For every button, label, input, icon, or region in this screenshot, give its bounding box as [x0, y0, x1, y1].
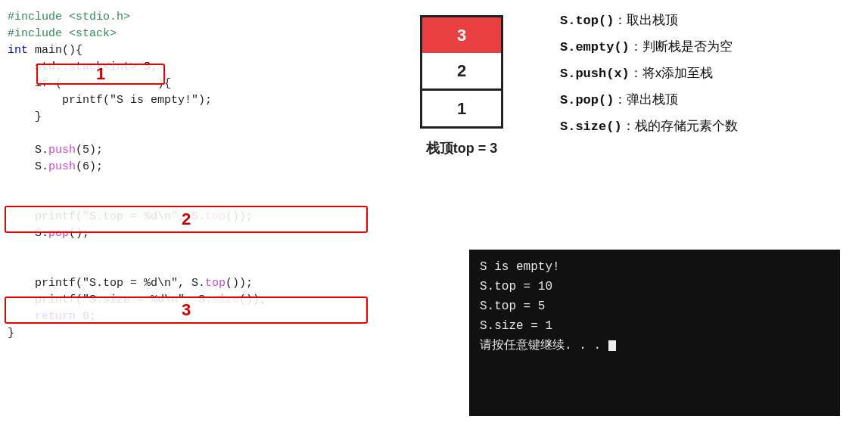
code-line-blank1 [8, 126, 378, 142]
api-item-2: S.empty()：判断栈是否为空 [560, 34, 863, 61]
api-item-1: S.top()：取出栈顶 [560, 8, 863, 34]
red-box-3: 3 [5, 296, 368, 324]
api-item-5: S.size()：栈的存储元素个数 [560, 113, 863, 140]
code-panel: #include <stdio.h> #include <stack> int … [0, 0, 386, 447]
terminal-line-4: S.size = 1 [480, 316, 829, 336]
code-line-9: S.push(5); [8, 142, 378, 159]
stack-top-label: 栈顶top = 3 [426, 139, 498, 157]
code-line-3: int main(){ [8, 42, 378, 59]
code-line-20: } [8, 325, 378, 342]
terminal-line-2: S.top = 10 [480, 277, 829, 296]
code-line-6: printf("S is empty!"); [8, 92, 378, 109]
api-item-4: S.pop()：弹出栈顶 [560, 87, 863, 113]
stack-cell-3: 3 [420, 15, 503, 53]
code-line-17: printf("S.top = %d\n", S.top()); [8, 275, 378, 292]
code-line-blank4 [8, 242, 378, 259]
stack-cell-1: 1 [420, 91, 503, 129]
terminal-line-1: S is empty! [480, 257, 829, 277]
terminal-line-3: S.top = 5 [480, 296, 829, 316]
api-item-3: S.push(x)：将x添加至栈 [560, 61, 863, 87]
api-panel: S.top()：取出栈顶 S.empty()：判断栈是否为空 S.push(x)… [560, 8, 863, 140]
code-line-2: #include <stack> [8, 26, 378, 42]
red-box-1: 1 [36, 64, 165, 85]
code-line-blank2 [8, 175, 378, 192]
code-line-10: S.push(6); [8, 159, 378, 175]
terminal-line-5: 请按任意键继续. . . [480, 336, 829, 355]
stack-cell-2: 2 [420, 53, 503, 91]
code-line-blank5 [8, 259, 378, 275]
red-box-2: 2 [5, 206, 368, 233]
terminal-cursor [608, 340, 616, 351]
terminal-panel: S is empty! S.top = 10 S.top = 5 S.size … [469, 250, 840, 416]
stack-visual: 3 2 1 [420, 15, 503, 129]
code-line-7: } [8, 109, 378, 126]
stack-panel: 3 2 1 栈顶top = 3 [394, 8, 530, 157]
code-line-1: #include <stdio.h> [8, 9, 378, 26]
